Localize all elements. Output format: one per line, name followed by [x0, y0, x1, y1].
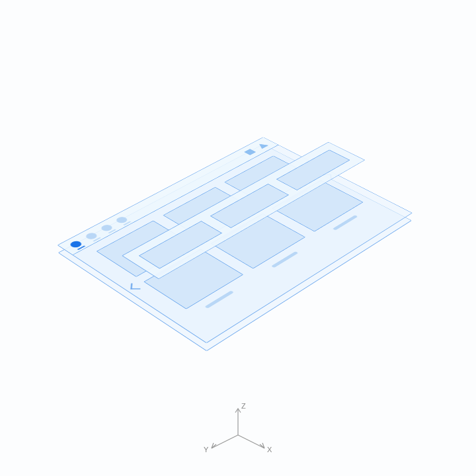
axis-label-x: X	[267, 446, 272, 454]
svg-line-1	[238, 435, 264, 448]
avatar-icon[interactable]	[99, 223, 114, 232]
avatar-icon[interactable]	[114, 216, 129, 224]
svg-line-2	[212, 435, 238, 448]
triangle-tool-icon[interactable]	[256, 142, 268, 149]
axis-label-z: Z	[241, 402, 246, 410]
card-caption	[271, 251, 298, 268]
app-window	[58, 137, 413, 343]
axis-gizmo: Z X Y	[198, 402, 278, 455]
axis-label-y: Y	[204, 446, 209, 454]
avatar-icon[interactable]	[84, 231, 99, 240]
app-window-layer	[58, 137, 413, 343]
square-tool-icon[interactable]	[244, 149, 256, 155]
avatar-icon[interactable]	[68, 239, 83, 248]
card-caption	[204, 290, 234, 308]
chevron-left-icon[interactable]	[130, 283, 141, 289]
chevron-right-icon[interactable]	[323, 174, 332, 178]
